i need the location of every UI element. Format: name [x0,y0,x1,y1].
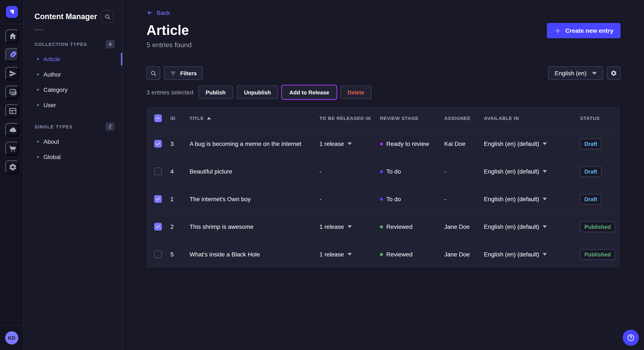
locale-select[interactable]: English (en) [548,66,603,80]
sidebar-item-category[interactable]: Category [24,82,122,97]
view-settings-button[interactable] [607,66,620,80]
unpublish-button[interactable]: Unpublish [236,85,278,99]
row-review-value: Ready to review [386,140,429,147]
table-row[interactable]: 2This shrimp is awesome1 releaseReviewed… [146,213,620,240]
media-library-icon[interactable] [5,85,18,99]
chevron-down-icon [347,253,352,256]
row-locale-dropdown[interactable]: English (en) (default) [484,223,580,230]
chevron-down-icon [347,143,352,145]
cloud-icon[interactable] [5,123,18,137]
help-icon [626,334,635,342]
table-row[interactable]: 5What's inside a Black Hole1 releaseRevi… [146,240,620,268]
releases-icon[interactable] [5,67,18,80]
status-badge: Draft [580,166,602,177]
sidebar-item-article[interactable]: Article [24,51,122,67]
row-locale-value: English (en) (default) [484,168,539,175]
row-release-dropdown[interactable]: 1 release [320,223,380,230]
search-entries-button[interactable] [146,66,160,80]
status-badge: Published [580,249,615,260]
row-release-value: 1 release [320,251,344,258]
filters-button[interactable]: Filters [164,66,203,80]
content-manager-icon[interactable] [5,48,18,62]
chevron-down-icon [543,253,547,256]
sidebar-title: Content Manager [34,12,97,21]
column-header-label: AVAILABLE IN [484,116,519,121]
row-locale-dropdown[interactable]: English (en) (default) [484,168,580,175]
publish-button[interactable]: Publish [198,85,233,99]
sidebar-search-button[interactable] [101,10,114,23]
sidebar-item-label: User [44,102,56,108]
row-release-value: - [320,196,321,202]
strapi-logo[interactable] [6,6,18,18]
chevron-down-icon [543,225,547,228]
back-link[interactable]: Back [146,8,170,17]
status-badge: Draft [580,194,602,204]
row-release-dropdown: - [320,168,380,175]
sidebar-item-label: Author [44,71,61,78]
row-title: This shrimp is awesome [190,223,320,230]
sidebar-item-author[interactable]: Author [24,67,122,82]
column-header-status[interactable]: STATUS [580,116,620,121]
row-title: Beautiful picture [190,168,320,175]
row-locale-value: English (en) (default) [484,140,539,147]
add-to-release-button[interactable]: Add to Release [282,85,336,99]
search-icon [104,13,110,20]
rail-bottom: KD [0,325,24,350]
stage-dot-icon [380,197,383,200]
row-checkbox[interactable] [154,195,162,203]
row-checkbox[interactable] [154,140,162,148]
chevron-down-icon [543,170,547,173]
table-row[interactable]: 4Beautiful picture-To do-English (en) (d… [146,157,620,185]
table-row[interactable]: 3A bug is becoming a meme on the interne… [146,130,620,157]
chevron-down-icon [543,198,547,200]
settings-icon[interactable] [5,160,18,174]
stage-dot-icon [380,142,383,145]
row-review-stage: Reviewed [380,223,444,230]
column-header-available-in[interactable]: AVAILABLE IN [484,116,580,121]
row-locale-dropdown[interactable]: English (en) (default) [484,251,580,258]
row-locale-dropdown[interactable]: English (en) (default) [484,196,580,202]
selection-count: 3 entries selected [146,89,193,96]
column-header-label: STATUS [580,116,600,121]
row-release-dropdown[interactable]: 1 release [320,251,380,258]
column-header-label: REVIEW STAGE [380,116,418,121]
select-all-checkbox[interactable] [154,114,162,122]
bullet-icon [37,156,39,158]
back-label: Back [157,9,170,16]
row-release-dropdown: - [320,196,380,202]
row-assignee: Jane Doe [444,223,484,230]
user-avatar[interactable]: KD [5,331,18,345]
page-title: Article [146,22,189,38]
marketplace-icon[interactable] [5,142,18,155]
help-button[interactable] [623,330,639,346]
bullet-icon [37,89,39,91]
row-locale-dropdown[interactable]: English (en) (default) [484,140,580,147]
home-icon[interactable] [5,29,18,43]
row-checkbox[interactable] [154,250,162,258]
content-manager-sidebar: Content Manager COLLECTION TYPES4Article… [24,0,123,350]
section-count-badge: 4 [106,40,114,48]
create-entry-button[interactable]: Create new entry [547,23,620,38]
column-header-assignee[interactable]: ASSIGNEE [444,116,484,121]
back-arrow-icon [146,9,153,16]
entries-table: IDTITLETO BE RELEASED INREVIEW STAGEASSI… [146,107,620,268]
column-header-id[interactable]: ID [170,116,190,121]
table-row[interactable]: 1The internet's Own boy-To do-English (e… [146,185,620,213]
content-type-builder-icon[interactable] [5,104,18,118]
row-release-value: - [320,168,321,175]
row-release-dropdown[interactable]: 1 release [320,140,380,147]
chevron-down-icon [592,72,597,75]
sidebar-item-global[interactable]: Global [24,149,122,165]
column-header-to-be-released-in[interactable]: TO BE RELEASED IN [320,116,380,121]
column-header-review-stage[interactable]: REVIEW STAGE [380,116,444,121]
row-checkbox[interactable] [154,223,162,230]
delete-button[interactable]: Delete [340,85,372,99]
row-release-value: 1 release [320,140,344,147]
nav-rail: KD [0,0,24,350]
row-checkbox[interactable] [154,168,162,175]
sidebar-item-user[interactable]: User [24,97,122,113]
column-header-title[interactable]: TITLE [190,116,320,121]
sidebar-item-label: Global [44,154,61,160]
chevron-down-icon [347,225,352,228]
sidebar-item-about[interactable]: About [24,134,122,149]
